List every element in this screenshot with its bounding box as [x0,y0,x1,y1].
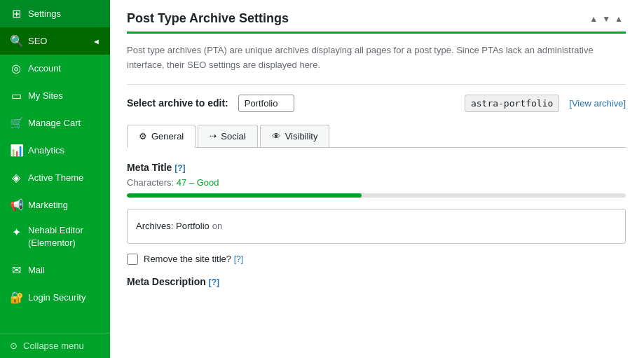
sidebar-item-label: Login Security [28,292,85,303]
editor-icon: ✦ [10,226,22,239]
archive-selector-row: Select archive to edit: Portfolio Posts … [127,95,626,112]
sidebar-item-nehabi-editor[interactable]: ✦ Nehabi Editor(Elementor) [0,219,110,256]
tab-social[interactable]: ⇢ Social [198,125,257,147]
sidebar-item-marketing[interactable]: 📢 Marketing [0,191,110,219]
progress-bar-fill [127,193,362,198]
settings-icon: ⊞ [10,7,22,20]
tab-visibility-label: Visibility [285,131,318,142]
meta-title-section: Meta Title [?] Characters: 47 – Good Arc… [127,162,626,244]
sites-icon: ▭ [10,89,22,102]
sidebar-item-label: Analytics [28,145,64,156]
gear-icon: ⚙ [139,131,147,142]
collapse-label: Collapse menu [23,340,84,351]
mail-icon: ✉ [10,263,22,277]
security-icon: 🔐 [10,291,22,304]
meta-description-heading: Meta Description [?] [127,276,626,287]
meta-title-input[interactable]: Archives: Portfolio on [127,209,626,244]
sidebar-item-label: Mail [28,265,45,275]
collapse-icon: ⊙ [10,340,18,351]
meta-title-help[interactable]: [?] [174,163,185,173]
pta-description: Post type archives (PTA) are unique arch… [127,43,626,85]
analytics-icon: 📊 [10,144,22,157]
scroll-down-arrow[interactable]: ▼ [602,14,610,24]
remove-site-title-help[interactable]: [?] [234,254,243,264]
view-archive-link[interactable]: [View archive] [569,98,626,109]
theme-icon: ◈ [10,171,22,184]
marketing-icon: 📢 [10,198,22,212]
sidebar-item-seo[interactable]: 🔍 SEO ◄ [0,27,110,55]
chevron-icon: ◄ [93,37,100,46]
chars-count: 47 – Good [177,177,219,188]
tab-general[interactable]: ⚙ General [127,125,196,148]
eye-icon: 👁 [272,131,281,142]
archive-select-dropdown[interactable]: Portfolio Posts Pages [238,95,294,112]
sidebar-item-manage-cart[interactable]: 🛒 Manage Cart [0,109,110,137]
tab-general-label: General [151,131,184,142]
sidebar: ⊞ Settings 🔍 SEO ◄ ◎ Account ▭ My Sites … [0,0,110,358]
tab-social-label: Social [221,131,245,142]
sidebar-item-label: SEO [28,36,47,46]
remove-site-title-label: Remove the site title? [?] [144,254,243,264]
social-icon: ⇢ [210,131,217,141]
sidebar-item-account[interactable]: ◎ Account [0,55,110,82]
page-title: Post Type Archive Settings [127,11,626,26]
sidebar-item-active-theme[interactable]: ◈ Active Theme [0,164,110,191]
search-icon: 🔍 [10,34,22,48]
sidebar-item-settings[interactable]: ⊞ Settings [0,0,110,27]
sidebar-item-analytics[interactable]: 📊 Analytics [0,137,110,164]
cart-icon: 🛒 [10,116,22,130]
sidebar-item-mail[interactable]: ✉ Mail [0,256,110,284]
sidebar-item-label: My Sites [28,90,63,101]
sidebar-item-label: Settings [28,8,61,19]
characters-row: Characters: 47 – Good [127,177,626,188]
meta-title-heading: Meta Title [?] [127,162,626,173]
collapse-menu-button[interactable]: ⊙ Collapse menu [0,333,110,358]
sidebar-item-login-security[interactable]: 🔐 Login Security [0,284,110,311]
tab-visibility[interactable]: 👁 Visibility [260,125,330,147]
sidebar-item-my-sites[interactable]: ▭ My Sites [0,82,110,109]
account-icon: ◎ [10,62,22,75]
tabs-container: ⚙ General ⇢ Social 👁 Visibility [127,125,626,148]
sidebar-item-label: Manage Cart [28,118,81,128]
remove-site-title-row: Remove the site title? [?] [127,254,626,265]
collapse-section-arrow[interactable]: ▲ [615,14,623,24]
sidebar-item-label: Marketing [28,200,68,210]
progress-bar [127,193,626,198]
archive-slug: astra-portfolio [465,95,559,112]
sidebar-item-label: Account [28,63,61,74]
sidebar-item-label: Nehabi Editor(Elementor) [28,224,83,249]
sidebar-item-label: Active Theme [28,172,83,183]
remove-site-title-checkbox[interactable] [127,254,138,265]
meta-desc-help[interactable]: [?] [209,277,219,287]
archive-select-label: Select archive to edit: [127,97,228,109]
scroll-up-arrow[interactable]: ▲ [589,14,598,24]
main-content: Post Type Archive Settings ▲ ▼ ▲ Post ty… [110,0,644,358]
content-header: Post Type Archive Settings ▲ ▼ ▲ [127,11,626,34]
